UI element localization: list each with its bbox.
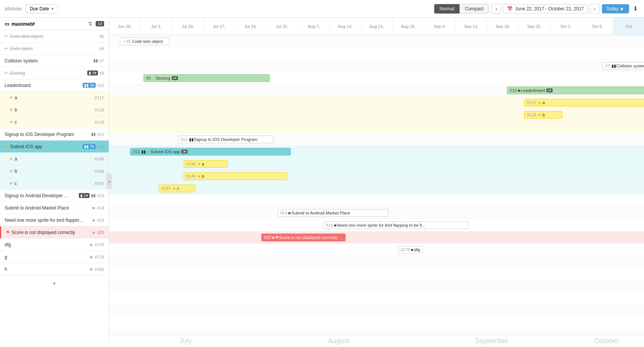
timeline-col: Oct 2, (550, 18, 582, 35)
attr-label: attribute: (5, 6, 23, 11)
task-row[interactable]: ✓ Scoring ▮ 4▾ #9 (0, 67, 109, 79)
bar-id: #5 (126, 39, 130, 44)
bar-label: c (177, 186, 179, 191)
today-button[interactable]: Today (602, 4, 629, 13)
bar-label: Submit iOS app (150, 149, 180, 154)
gantt-bar[interactable]: #176 ▶ dfg (398, 246, 423, 254)
task-row[interactable]: Collision system ▮▮ #7 (0, 55, 109, 67)
sidebar-header: ▭ maximebf ⇅ 14 (0, 18, 109, 30)
bar-id: #147 (161, 186, 171, 191)
star-icon: ★ (9, 181, 13, 186)
add-task-button[interactable]: + (0, 275, 109, 291)
play-icon: ▶ (90, 267, 93, 271)
bar-label: Submit to Android Market Place (291, 211, 350, 215)
gantt-bar[interactable]: #145 ★ a (184, 160, 228, 168)
bar-label: a (542, 100, 545, 105)
view-compact-button[interactable]: Compact (460, 4, 489, 13)
bar-id: #117 (527, 100, 536, 105)
task-row[interactable]: ✓ Code pipes #6 (0, 43, 109, 55)
check-icon: ✓ (5, 70, 8, 75)
bar-id: #11 (181, 137, 187, 142)
check-icon: ✓ (152, 76, 156, 81)
gantt-bar[interactable]: #9 ✓ Scoring 4▾ (143, 74, 270, 82)
check-icon: ✓ (5, 46, 8, 51)
task-row[interactable]: ★ c #147 (0, 177, 109, 190)
star-icon: ★ (197, 174, 201, 179)
task-row[interactable]: h ▶ #180 (0, 263, 109, 275)
gantt-bar[interactable]: #147 ★ c (159, 185, 195, 192)
sidebar-collapse-button[interactable]: ◂ (106, 174, 112, 189)
bar-label: Score is not displayed correctly (279, 235, 337, 240)
task-row[interactable]: ★ a #145 (0, 153, 109, 165)
view-normal-button[interactable]: Normal (434, 4, 460, 13)
gantt-bar[interactable]: #11 ▮▮ Signup to iOS Developer Program (178, 136, 274, 143)
gantt-bar[interactable]: #12 ▮▮ ★ Submit iOS app 3▾ (130, 148, 291, 155)
gantt-bar[interactable]: #10 ▶ Leaderboard 3▾ (507, 87, 644, 94)
date-range-text: June 22, 2017 - October 21, 2017 (515, 6, 584, 11)
gantt-row: #176 ▶ dfg (109, 244, 644, 256)
task-row[interactable]: ★ c #119 (0, 116, 109, 128)
task-row[interactable]: ★ Submit iOS app ▮▮ 3▾ #12 (0, 141, 109, 153)
task-row[interactable]: dfg ▶ #176 (0, 239, 109, 251)
sort-icon[interactable]: ⇅ (88, 21, 93, 27)
prev-button[interactable]: ‹ (491, 4, 501, 14)
timeline-col: Aug 14, (330, 18, 361, 35)
gantt-row: #117 ★ a (109, 97, 644, 109)
collapse-icon[interactable]: ▭ (5, 21, 9, 27)
download-button[interactable]: ⬇ (631, 3, 639, 14)
star-icon: ★ (9, 119, 13, 124)
task-row[interactable]: g ▶ #179 (0, 251, 109, 263)
bar-label: b (542, 113, 545, 117)
calendar-icon: 📅 (507, 6, 513, 11)
month-august: August (262, 335, 415, 347)
bars-icon: ▮▮ (141, 149, 146, 154)
bar-id: #145 (186, 162, 196, 166)
task-row[interactable]: ★ b #146 (0, 165, 109, 177)
gantt-row (109, 195, 644, 207)
gantt-row (109, 280, 644, 293)
month-july: July (109, 335, 262, 347)
task-row[interactable]: ★ b #118 (0, 104, 109, 116)
gantt-area[interactable]: Jun 26, Jul 3, Jul 10, Jul 17, Jul 24, J… (109, 18, 644, 347)
gantt-row (109, 293, 644, 305)
gantt-bar[interactable]: #118 ★ b (524, 111, 562, 119)
gantt-bar[interactable]: ✓ #5 Code bird object (120, 38, 170, 45)
task-row[interactable]: ✓ Code bird object #5 (0, 30, 109, 43)
gantt-row: #9 ✓ Scoring 4▾ (109, 72, 644, 84)
task-row[interactable]: ★ a #117 (0, 92, 109, 104)
date-range: 📅 June 22, 2017 - October 21, 2017 (503, 4, 588, 13)
badge: ▮ 4▾ (87, 70, 98, 75)
timeline-col: Aug 21, (361, 18, 393, 35)
month-labels: July August September October (109, 335, 644, 347)
bar-label: Code bird object (132, 39, 163, 44)
task-row[interactable]: Leaderboard ▮▮ 3▾ #10 (0, 79, 109, 92)
gantt-bar[interactable]: #146 ★ b (184, 172, 287, 180)
timeline-col: Jul 10, (172, 18, 204, 35)
gantt-bar[interactable]: #16 ▶ Need one more sprite for bird flap… (323, 221, 469, 229)
gantt-row (109, 268, 644, 280)
bars-icon: ▮▮ (91, 193, 96, 198)
play-icon: ▶ (93, 206, 96, 210)
task-row[interactable]: Signup to Android Developer ... ▮ 1▾ ▮▮ … (0, 190, 109, 202)
task-row[interactable]: Need one more sprite for bird flappin...… (0, 214, 109, 226)
timeline-col: Sep 4, (424, 18, 456, 35)
bar-id: #10 (510, 88, 517, 93)
flag-icon: ⚑ (275, 235, 279, 240)
timeline-col-today: Oct (613, 18, 644, 35)
bar-id: #16 (326, 223, 333, 228)
gantt-bar[interactable]: #20 ▶ ⚑ Score is not displayed correctly (261, 234, 346, 241)
task-row[interactable]: Signup to iOS Developer Program ▮▮ #11 (0, 128, 109, 141)
task-row[interactable]: ⚑ Score is not displayed correctly ▶ #20 (0, 226, 109, 239)
next-button[interactable]: › (590, 4, 600, 14)
gantt-bar[interactable]: #14 ▶ Submit to Android Market Place (277, 209, 388, 217)
task-row[interactable]: Submit to Android Market Place ▶ #14 (0, 202, 109, 214)
due-date-button[interactable]: Due Date (26, 4, 59, 13)
bar-label: b (202, 174, 204, 178)
timeline-col: Aug 7, (298, 18, 329, 35)
gantt-row: #145 ★ a (109, 158, 644, 170)
month-october: October (568, 335, 644, 347)
gantt-bar[interactable]: #7 ▮▮ Collision system (603, 62, 644, 70)
gantt-bar[interactable]: #117 ★ a (524, 99, 644, 106)
bar-id: #7 (605, 64, 610, 68)
bar-label: Signup to iOS Developer Program (194, 137, 257, 142)
